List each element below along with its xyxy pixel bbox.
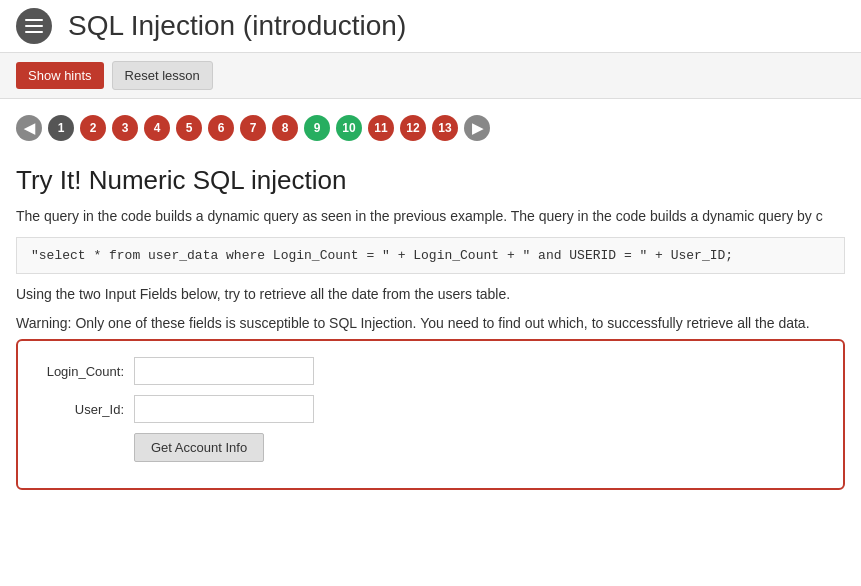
reset-lesson-button[interactable]: Reset lesson [112, 61, 213, 90]
nav-number-3[interactable]: 3 [112, 115, 138, 141]
warning-text: Warning: Only one of these fields is sus… [16, 315, 845, 331]
nav-number-5[interactable]: 5 [176, 115, 202, 141]
user-id-row: User_Id: [34, 395, 827, 423]
lesson-navigation: ◀ 12345678910111213 ▶ [0, 99, 861, 157]
show-hints-button[interactable]: Show hints [16, 62, 104, 89]
using-text: Using the two Input Fields below, try to… [16, 284, 845, 305]
nav-number-4[interactable]: 4 [144, 115, 170, 141]
login-count-label: Login_Count: [34, 364, 134, 379]
menu-button[interactable] [16, 8, 52, 44]
toolbar: Show hints Reset lesson [0, 53, 861, 99]
nav-number-9[interactable]: 9 [304, 115, 330, 141]
nav-number-12[interactable]: 12 [400, 115, 426, 141]
section-title: Try It! Numeric SQL injection [16, 165, 845, 196]
injection-form-area: Login_Count: User_Id: Get Account Info [16, 339, 845, 490]
user-id-label: User_Id: [34, 402, 134, 417]
header: SQL Injection (introduction) [0, 0, 861, 53]
login-count-input[interactable] [134, 357, 314, 385]
next-arrow[interactable]: ▶ [464, 115, 490, 141]
get-account-button[interactable]: Get Account Info [134, 433, 264, 462]
nav-number-13[interactable]: 13 [432, 115, 458, 141]
main-content: Try It! Numeric SQL injection The query … [0, 157, 861, 490]
login-count-row: Login_Count: [34, 357, 827, 385]
nav-number-2[interactable]: 2 [80, 115, 106, 141]
description-text: The query in the code builds a dynamic q… [16, 206, 845, 227]
nav-number-7[interactable]: 7 [240, 115, 266, 141]
code-block: "select * from user_data where Login_Cou… [16, 237, 845, 274]
page-title: SQL Injection (introduction) [68, 10, 406, 42]
nav-number-8[interactable]: 8 [272, 115, 298, 141]
prev-arrow[interactable]: ◀ [16, 115, 42, 141]
nav-number-10[interactable]: 10 [336, 115, 362, 141]
nav-number-1[interactable]: 1 [48, 115, 74, 141]
user-id-input[interactable] [134, 395, 314, 423]
submit-row: Get Account Info [34, 433, 827, 462]
nav-numbers: 12345678910111213 [48, 115, 458, 141]
nav-number-6[interactable]: 6 [208, 115, 234, 141]
nav-number-11[interactable]: 11 [368, 115, 394, 141]
